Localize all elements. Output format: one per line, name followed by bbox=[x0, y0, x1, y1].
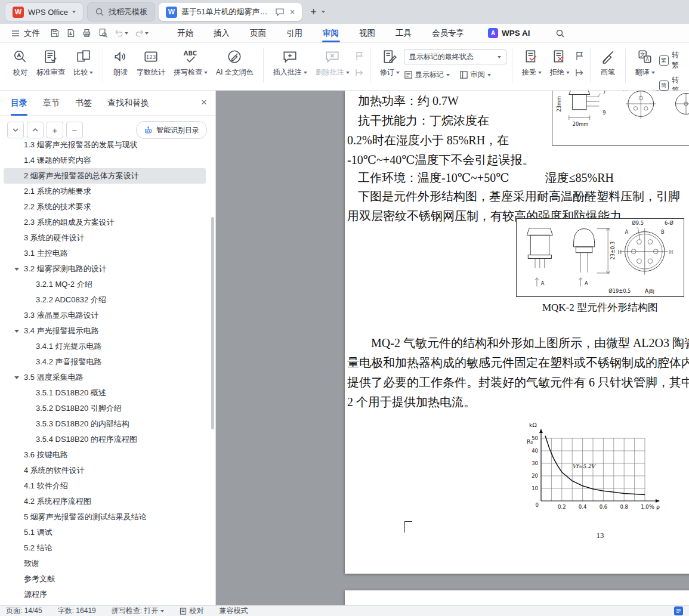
sidebar-scrollbar[interactable] bbox=[211, 217, 214, 429]
toc-item[interactable]: 4.2 系统程序流程图 bbox=[4, 494, 206, 509]
print-preview-icon[interactable] bbox=[98, 28, 108, 38]
document-page[interactable]: 加热功率：约 0.7W 抗干扰能力：丁烷浓度在 0.2%时在湿度小于 85%RH… bbox=[345, 91, 689, 574]
close-tab-icon[interactable]: × bbox=[290, 7, 295, 17]
toc-item[interactable]: 3.5.4 DS18B20 的程序流程图 bbox=[4, 432, 206, 447]
collapse-all-button[interactable] bbox=[7, 122, 24, 138]
toc-item[interactable]: 5.2 结论 bbox=[4, 540, 206, 556]
status-page-indicator[interactable]: 页面: 14/45 bbox=[6, 606, 42, 616]
insert-comment-button[interactable]: 插入批注 bbox=[269, 47, 311, 79]
toc-item[interactable]: 2.1 系统的功能要求 bbox=[4, 184, 206, 199]
markup-state-select[interactable]: 显示标记的最终状态 bbox=[404, 49, 506, 64]
status-proofread[interactable]: 校对 bbox=[180, 606, 203, 616]
toc-item[interactable]: 3.1 主控电路 bbox=[4, 246, 206, 261]
tab-reference[interactable]: 引用 bbox=[286, 24, 302, 42]
toc-item[interactable]: 4.1 软件介绍 bbox=[4, 478, 206, 494]
tab-review[interactable]: 审阅 bbox=[323, 24, 339, 42]
delete-comment-button[interactable]: 删除批注 bbox=[311, 47, 354, 79]
next-document-page[interactable] bbox=[345, 590, 689, 605]
read-aloud-button[interactable]: 朗读 bbox=[109, 47, 132, 79]
toc-item[interactable]: 1.3 烟雾声光报警器的发展与现状 bbox=[4, 141, 206, 153]
toc-item[interactable]: 2.2 系统的技术要求 bbox=[4, 199, 206, 215]
tab-list-chevron-icon[interactable] bbox=[322, 11, 325, 13]
wps-writer-icon[interactable] bbox=[674, 606, 683, 615]
toc-item[interactable]: 1.4 课题的研究内容 bbox=[4, 153, 206, 168]
toc-item[interactable]: 4 系统的软件设计 bbox=[4, 463, 206, 478]
show-markup-button[interactable]: 显示标记 bbox=[404, 70, 450, 80]
toc-item[interactable]: 3.2.1 MQ-2 介绍 bbox=[4, 277, 206, 292]
toc-item[interactable]: 3.5.3 DS18B20 的内部结构 bbox=[4, 416, 206, 432]
toc-item[interactable]: 3.5.1 DS18B20 概述 bbox=[4, 385, 206, 401]
wps-office-tab[interactable]: W WPS Office bbox=[5, 2, 84, 21]
sidebar-tab-find-replace[interactable]: 查找和替换 bbox=[107, 91, 149, 116]
sidebar-tab-bookmarks[interactable]: 书签 bbox=[75, 91, 92, 116]
zoom-in-toc-button[interactable]: + bbox=[47, 122, 63, 138]
toc-item[interactable]: 源程序 bbox=[4, 587, 206, 602]
tab-home[interactable]: 开始 bbox=[177, 24, 193, 42]
previous-comment-flag-icon[interactable] bbox=[354, 51, 364, 61]
toc-item[interactable]: 参考文献 bbox=[4, 571, 206, 587]
accept-button[interactable]: 接受 bbox=[518, 47, 546, 79]
template-tab[interactable]: 找稻壳模板 bbox=[87, 2, 155, 21]
word-count-button[interactable]: 123 字数统计 bbox=[132, 47, 169, 79]
toc-item[interactable]: 3.5.2 DS18B20 引脚介绍 bbox=[4, 401, 206, 416]
reject-button[interactable]: 拒绝 bbox=[546, 47, 574, 79]
document-area[interactable]: 加热功率：约 0.7W 抗干扰能力：丁烷浓度在 0.2%时在湿度小于 85%RH… bbox=[216, 91, 689, 605]
smart-toc-button[interactable]: 智能识别目录 bbox=[136, 121, 207, 139]
status-spell-check[interactable]: 拼写检查: 打开 bbox=[112, 606, 165, 616]
next-comment-flag-icon[interactable] bbox=[354, 67, 364, 78]
expand-all-button[interactable] bbox=[27, 122, 44, 138]
ai-polish-button[interactable]: AI 全文润色 bbox=[212, 47, 258, 79]
expand-arrow-icon[interactable] bbox=[14, 330, 19, 333]
to-traditional-button[interactable]: 繁 转繁 bbox=[659, 50, 685, 70]
expand-arrow-icon[interactable] bbox=[14, 268, 19, 271]
toc-item[interactable]: 3.2 烟雾探测电路的设计 bbox=[4, 261, 206, 277]
next-revision-flag-icon[interactable] bbox=[574, 67, 585, 78]
toc-item[interactable]: 3.6 按键电路 bbox=[4, 447, 206, 463]
toc-item[interactable]: 致谢 bbox=[4, 556, 206, 571]
sidebar-tab-chapters[interactable]: 章节 bbox=[43, 91, 60, 116]
toc-item[interactable]: 3.4.1 灯光提示电路 bbox=[4, 339, 206, 354]
redo-chevron-icon[interactable] bbox=[145, 32, 149, 35]
undo-chevron-icon[interactable] bbox=[125, 32, 128, 35]
sidebar-close-icon[interactable]: × bbox=[201, 97, 207, 109]
toc-item[interactable]: 2.3 系统的组成及方案设计 bbox=[4, 215, 206, 230]
status-word-count[interactable]: 字数: 16419 bbox=[58, 606, 96, 616]
expand-arrow-icon[interactable] bbox=[14, 376, 19, 379]
toc-item[interactable]: 3.4 声光报警提示电路 bbox=[4, 323, 206, 339]
save-icon[interactable] bbox=[50, 28, 60, 38]
spell-check-button[interactable]: ABC 拼写检查 bbox=[169, 47, 212, 79]
tab-insert[interactable]: 插入 bbox=[214, 24, 230, 42]
tab-tools[interactable]: 工具 bbox=[396, 24, 412, 42]
review-pane-button[interactable]: 审阅 bbox=[459, 70, 491, 80]
previous-revision-flag-icon[interactable] bbox=[574, 51, 585, 61]
standard-review-button[interactable]: 标准审查 bbox=[32, 47, 69, 79]
status-compat-mode[interactable]: 兼容模式 bbox=[219, 606, 248, 616]
toc-item[interactable]: 5 烟雾声光报警器的测试结果及结论 bbox=[4, 509, 206, 525]
comment-bubble-icon[interactable] bbox=[275, 7, 285, 17]
tab-page[interactable]: 页面 bbox=[250, 24, 266, 42]
toc-item[interactable]: 2 烟雾声光报警器的总体方案设计 bbox=[4, 168, 206, 184]
toc-item[interactable]: 5.1 调试 bbox=[4, 525, 206, 540]
new-tab-button[interactable]: + bbox=[305, 6, 322, 18]
undo-button[interactable] bbox=[114, 28, 128, 38]
toc-item[interactable]: 3.2.2 ADC0832 介绍 bbox=[4, 292, 206, 308]
tab-view[interactable]: 视图 bbox=[359, 24, 375, 42]
sidebar-tab-toc[interactable]: 目录 bbox=[11, 91, 27, 116]
export-icon[interactable] bbox=[66, 28, 76, 38]
zoom-out-toc-button[interactable]: − bbox=[66, 122, 83, 138]
revise-button[interactable]: 修订 bbox=[376, 47, 404, 79]
tab-membership[interactable]: 会员专享 bbox=[432, 24, 464, 42]
toc-item[interactable]: 3.5 温度采集电路 bbox=[4, 370, 206, 385]
print-icon[interactable] bbox=[82, 28, 92, 38]
menubar-search-icon[interactable] bbox=[555, 29, 565, 38]
toc-item[interactable]: 3.4.2 声音报警电路 bbox=[4, 354, 206, 370]
proofread-button[interactable]: 校对 bbox=[8, 47, 32, 79]
compare-button[interactable]: 比较 bbox=[69, 47, 97, 79]
wps-ai-button[interactable]: A WPS AI bbox=[488, 28, 530, 38]
redo-button[interactable] bbox=[134, 28, 149, 38]
pen-button[interactable]: 画笔 bbox=[596, 47, 620, 79]
toc-item[interactable]: 3.3 液晶显示电路设计 bbox=[4, 308, 206, 323]
translate-button[interactable]: 文A 翻译 bbox=[631, 47, 659, 79]
file-menu-button[interactable]: 文件 bbox=[6, 28, 45, 39]
toc-item[interactable]: 3 系统的硬件设计 bbox=[4, 230, 206, 246]
